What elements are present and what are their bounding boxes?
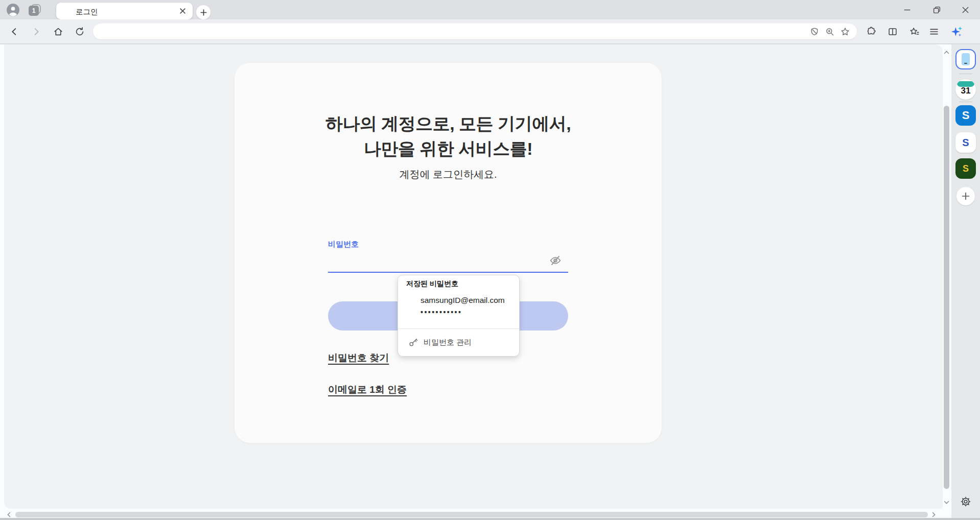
password-underline [328, 272, 568, 273]
green-s-app-icon[interactable]: S [955, 158, 976, 179]
password-label: 비밀번호 [328, 240, 359, 249]
key-icon [408, 337, 418, 347]
refresh-icon[interactable] [71, 23, 88, 40]
window-minimize-button[interactable] [892, 0, 922, 19]
home-icon[interactable] [50, 23, 67, 40]
saved-password-header: 저장된 비밀번호 [406, 279, 458, 289]
tab-title: 로그인 [76, 7, 98, 17]
find-password-link[interactable]: 비밀번호 찾기 [328, 351, 389, 365]
profile-avatar-icon[interactable] [7, 4, 19, 16]
add-sidebar-app-button[interactable] [956, 187, 975, 205]
calendar-day-number: 31 [955, 86, 976, 96]
browser-toolbar [0, 19, 980, 44]
vertical-scrollbar-thumb[interactable] [944, 106, 949, 489]
workspaces-badge: 1 [29, 6, 39, 16]
settings-menu-icon[interactable] [925, 23, 943, 40]
sidebar-settings-gear-icon[interactable] [960, 496, 971, 507]
calendar-app-icon[interactable]: 31 [955, 79, 976, 100]
address-input[interactable] [101, 23, 807, 39]
extensions-icon[interactable] [862, 23, 880, 40]
scroll-down-arrow[interactable] [943, 499, 950, 506]
window-restore-button[interactable] [922, 0, 951, 19]
email-one-time-verify-link[interactable]: 이메일로 1회 인증 [328, 383, 407, 396]
browser-content-area: 하나의 계정으로, 모든 기기에서, 나만을 위한 서비스를! 계정에 로그인하… [0, 44, 980, 520]
password-input[interactable] [328, 254, 548, 272]
heading-line-1: 하나의 계정으로, 모든 기기에서, [235, 111, 662, 136]
back-icon[interactable] [6, 23, 23, 40]
zoom-page-icon[interactable] [822, 25, 837, 39]
browser-tab[interactable]: 로그인 [56, 3, 193, 19]
saved-email: samsungID@email.com [421, 296, 505, 305]
skype-app-icon[interactable]: S [955, 105, 976, 126]
page-heading: 하나의 계정으로, 모든 기기에서, 나만을 위한 서비스를! [235, 111, 662, 161]
scroll-left-arrow[interactable] [5, 511, 13, 518]
forward-icon[interactable] [28, 23, 45, 40]
new-tab-button[interactable] [196, 5, 211, 19]
saved-credential-item[interactable]: samsungID@email.com ••••••••••• [398, 292, 519, 327]
split-screen-icon[interactable] [884, 23, 901, 40]
tracking-prevention-shield-icon[interactable] [807, 25, 822, 39]
window-bottom-edge [0, 518, 980, 520]
saved-masked-password: ••••••••••• [421, 308, 462, 316]
favorites-hub-icon[interactable] [906, 23, 923, 40]
rail-divider [959, 74, 972, 74]
window-close-button[interactable] [950, 0, 980, 19]
scroll-right-arrow[interactable] [930, 511, 938, 518]
address-bar[interactable] [93, 23, 857, 39]
manage-passwords-item[interactable]: 비밀번호 관리 [398, 329, 519, 357]
saved-password-popup: 저장된 비밀번호 samsungID@email.com •••••••••••… [398, 275, 520, 357]
edge-sidebar-rail: 31 S S S [951, 44, 980, 520]
show-password-eye-icon[interactable] [547, 252, 564, 269]
scroll-up-arrow[interactable] [943, 49, 950, 56]
tab-close-icon[interactable] [177, 6, 188, 16]
phone-link-icon[interactable] [955, 49, 976, 69]
favorite-star-icon[interactable] [837, 25, 853, 39]
heading-line-2: 나만을 위한 서비스를! [235, 136, 662, 161]
workspaces-icon[interactable]: 1 [29, 4, 41, 16]
manage-passwords-label: 비밀번호 관리 [424, 338, 472, 347]
green-app-letter: S [963, 163, 969, 174]
samsung-app-icon[interactable]: S [955, 132, 976, 153]
rail-divider [959, 102, 972, 102]
samsung-app-letter: S [962, 137, 969, 149]
login-card: 하나의 계정으로, 모든 기기에서, 나만을 위한 서비스를! 계정에 로그인하… [235, 63, 662, 443]
copilot-icon[interactable] [948, 23, 965, 40]
phone-glyph [962, 53, 970, 65]
page-viewport: 하나의 계정으로, 모든 기기에서, 나만을 위한 서비스를! 계정에 로그인하… [4, 44, 943, 509]
horizontal-scrollbar-thumb[interactable] [15, 512, 928, 517]
skype-letter: S [962, 109, 970, 122]
title-bar: 1 로그인 [0, 0, 980, 19]
page-subtitle: 계정에 로그인하세요. [235, 168, 662, 181]
